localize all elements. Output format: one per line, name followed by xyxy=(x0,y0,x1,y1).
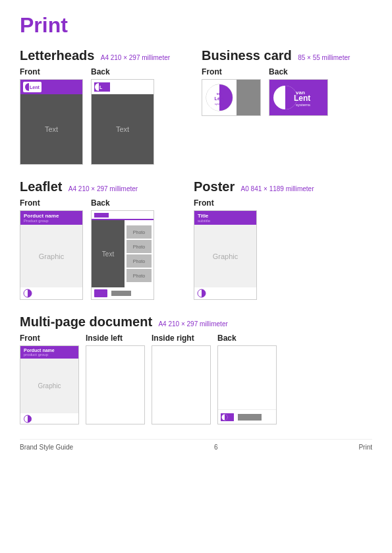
lf-back-text-area: Text xyxy=(92,220,125,287)
mp-back-logo xyxy=(221,413,234,421)
poster-front-label: Front xyxy=(194,198,257,208)
footer-section: Print xyxy=(358,444,372,451)
mp-front-header: Porduct name product group xyxy=(20,346,78,359)
mp-inside-right-label: Inside right xyxy=(152,334,211,343)
lf-photo-3: Photo xyxy=(126,254,152,268)
bc-back-logo: van Lent systems xyxy=(272,82,325,113)
lf-photo-2: Photo xyxy=(126,240,152,253)
mp-front-col: Front Porduct name product group Graphic… xyxy=(20,334,79,424)
page-footer: Brand Style Guide 6 Print xyxy=(20,439,372,451)
leaflet-front-label: Front xyxy=(20,198,83,208)
poster-heading: Poster xyxy=(194,179,235,194)
mp-front-sub: product group xyxy=(24,353,75,357)
vanlent-logo-svg: Lent xyxy=(24,82,40,92)
mp-back-footer xyxy=(218,409,276,424)
svg-text:Lent: Lent xyxy=(215,96,225,101)
lf-front-footer: L xyxy=(20,287,82,299)
lf-back-header xyxy=(92,211,154,220)
mp-back-label: Back xyxy=(217,334,277,343)
lf-back-footer-bar xyxy=(111,291,131,296)
poster-front-body: Graphic xyxy=(194,225,256,287)
letterheads-businesscard-row: Letterheads A4 210 × 297 millimeter Fron… xyxy=(20,48,372,179)
letterhead-back-card: L Text xyxy=(91,79,154,165)
svg-text:van: van xyxy=(217,92,223,96)
multipage-heading-row: Multi-page document A4 210 × 297 millime… xyxy=(20,314,372,330)
lh-back-header: L xyxy=(92,80,154,94)
bc-front-col: Front van Lent systems xyxy=(202,67,261,116)
bc-back-label: Back xyxy=(269,67,328,76)
mp-back-card xyxy=(217,345,277,424)
lf-photo-1: Photo xyxy=(126,225,152,239)
lf-graphic-text: Graphic xyxy=(39,252,65,260)
page-title: Print xyxy=(20,13,372,38)
letterheads-cards: Front Lent Text xyxy=(20,67,170,165)
letterheads-heading: Letterheads xyxy=(20,48,94,63)
mp-front-body: Graphic xyxy=(20,359,78,413)
mp-front-title: Porduct name xyxy=(24,348,75,353)
svg-text:L: L xyxy=(29,292,32,296)
svg-text:L: L xyxy=(99,85,103,90)
lf-back-text: Text xyxy=(102,250,114,258)
svg-text:systems: systems xyxy=(296,103,310,107)
bc-front-card: van Lent systems xyxy=(202,79,261,116)
poster-front-footer: L xyxy=(194,287,256,299)
leaflet-front-card: Porduct name Product group Graphic L xyxy=(20,210,83,300)
lh-back-logo: L xyxy=(94,82,110,92)
letterheads-heading-row: Letterheads A4 210 × 297 millimeter xyxy=(20,48,170,63)
mp-inside-left-label: Inside left xyxy=(86,334,145,343)
lf-footer-logo: L xyxy=(23,289,38,298)
leaflet-spec: A4 210 × 297 millimeter xyxy=(69,185,138,192)
lf-front-header: Porduct name Product group xyxy=(20,211,82,225)
mp-back-logo-svg xyxy=(221,413,234,421)
letterhead-front-col: Front Lent Text xyxy=(20,67,83,165)
svg-text:systems: systems xyxy=(215,102,225,105)
letterheads-spec: A4 210 × 297 millimeter xyxy=(101,54,170,61)
mp-back-body xyxy=(218,346,276,409)
leaflet-cards: Front Porduct name Product group Graphic xyxy=(20,198,154,300)
lf-header-sub: Product group xyxy=(24,219,79,223)
mp-inside-left-card xyxy=(86,345,145,424)
leaflet-back-col: Back Text Photo Photo Photo Photo xyxy=(91,198,154,300)
poster-front-header: Title subtitle xyxy=(194,211,256,225)
multipage-heading: Multi-page document xyxy=(20,314,152,329)
mp-back-col: Back xyxy=(217,334,277,424)
lh-front-text: Text xyxy=(45,125,58,133)
poster-spec: A0 841 × 1189 millimeter xyxy=(241,185,314,192)
bc-back-col: Back van Lent systems xyxy=(269,67,328,116)
mp-graphic-text: Graphic xyxy=(38,382,61,390)
poster-section: Poster A0 841 × 1189 millimeter Front Ti… xyxy=(194,179,314,300)
mp-front-footer: L xyxy=(20,413,78,424)
svg-text:Lent: Lent xyxy=(294,94,310,103)
lf-photo-4: Photo xyxy=(126,269,152,282)
bc-back-logo-svg: van Lent systems xyxy=(272,82,325,113)
business-card-cards: Front van Lent systems xyxy=(202,67,350,116)
poster-front-col: Front Title subtitle Graphic xyxy=(194,198,257,300)
poster-subtitle: subtitle xyxy=(198,219,253,223)
lf-back-content: Text Photo Photo Photo Photo xyxy=(92,220,154,287)
footer-brand: Brand Style Guide xyxy=(20,444,73,451)
mp-inside-left-col: Inside left xyxy=(86,334,145,424)
bc-front-logo-area: van Lent systems xyxy=(202,80,237,115)
leaflet-section: Leaflet A4 210 × 297 millimeter Front Po… xyxy=(20,179,154,300)
multipage-section: Multi-page document A4 210 × 297 millime… xyxy=(20,314,372,424)
bc-front-right xyxy=(237,80,260,115)
bc-back-card: van Lent systems xyxy=(269,79,328,116)
business-card-heading: Business card xyxy=(202,48,292,63)
letterhead-front-label: Front xyxy=(20,67,83,76)
lf-header-title: Porduct name xyxy=(24,213,79,219)
bc-front-logo-svg: van Lent systems xyxy=(205,83,234,112)
poster-front-card: Title subtitle Graphic L xyxy=(194,210,257,300)
leaflet-heading-row: Leaflet A4 210 × 297 millimeter xyxy=(20,179,154,194)
lf-front-body: Graphic xyxy=(20,225,82,287)
poster-title: Title xyxy=(198,213,253,219)
business-card-section: Business card 85 × 55 millimeter Front v… xyxy=(202,48,350,165)
business-card-spec: 85 × 55 millimeter xyxy=(298,54,350,61)
leaflet-poster-row: Leaflet A4 210 × 297 millimeter Front Po… xyxy=(20,179,372,314)
svg-text:Lent: Lent xyxy=(30,85,40,90)
multipage-cards: Front Porduct name product group Graphic… xyxy=(20,334,372,424)
poster-heading-row: Poster A0 841 × 1189 millimeter xyxy=(194,179,314,194)
leaflet-back-card: Text Photo Photo Photo Photo xyxy=(91,210,154,300)
mp-front-label: Front xyxy=(20,334,79,343)
lh-front-header: Lent xyxy=(20,80,82,94)
leaflet-front-col: Front Porduct name Product group Graphic xyxy=(20,198,83,300)
